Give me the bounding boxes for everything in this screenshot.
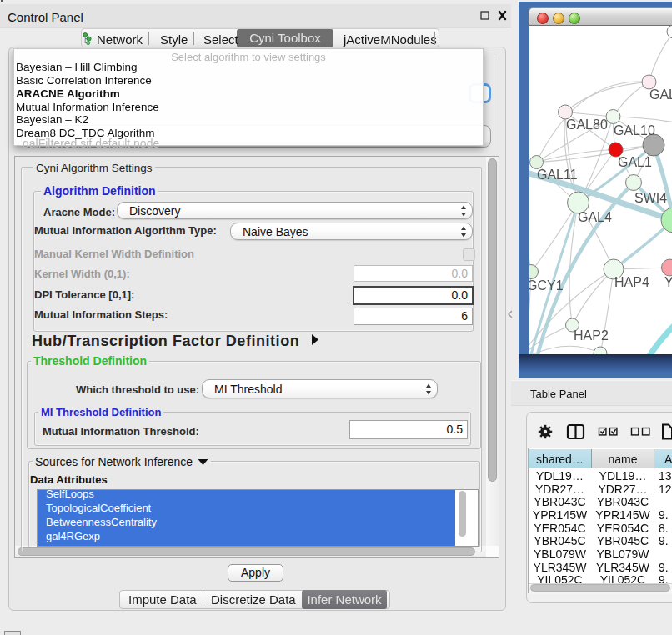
svg-text:GAL10: GAL10 — [614, 123, 655, 138]
svg-text:GAL11: GAL11 — [537, 168, 578, 182]
svg-text:YJL: YJL — [664, 275, 672, 289]
svg-text:HAP4: HAP4 — [614, 275, 649, 289]
svg-text:HAP2: HAP2 — [574, 328, 609, 342]
svg-text:GAL7: GAL7 — [649, 88, 672, 102]
svg-text:GAL4: GAL4 — [578, 210, 612, 224]
svg-text:GCY1: GCY1 — [529, 278, 564, 292]
svg-text:SWI4: SWI4 — [634, 191, 667, 205]
svg-text:GAL1: GAL1 — [618, 155, 652, 169]
svg-text:GAL80: GAL80 — [566, 118, 608, 132]
